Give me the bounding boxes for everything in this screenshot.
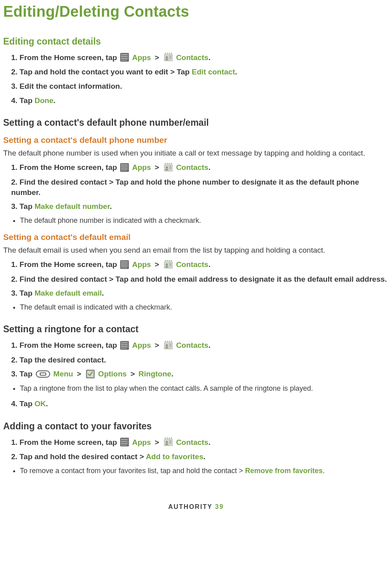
label-contacts: Contacts bbox=[176, 438, 208, 446]
steps-ringtone: 1. From the Home screen, tap Apps > Cont… bbox=[3, 340, 389, 380]
period: . bbox=[235, 68, 237, 76]
contacts-card-icon bbox=[164, 260, 173, 269]
heading-favorites: Adding a contact to your favorites bbox=[3, 421, 389, 432]
label-ok: OK bbox=[35, 399, 46, 408]
label-make-default-number: Make default number bbox=[35, 202, 110, 210]
label-make-default-email: Make default email bbox=[35, 289, 102, 297]
heading-ringtone: Setting a ringtone for a contact bbox=[3, 324, 389, 335]
label-menu: Menu bbox=[53, 370, 73, 378]
separator: > bbox=[153, 53, 163, 62]
label-apps: Apps bbox=[132, 438, 151, 446]
steps-ringtone-cont: 4. Tap OK. bbox=[3, 399, 389, 409]
steps-favorites: 1. From the Home screen, tap Apps > Cont… bbox=[3, 437, 389, 462]
step-item: 2. Tap the desired contact. bbox=[11, 355, 389, 365]
footer-page-number: 39 bbox=[215, 503, 224, 510]
step-item: 1. From the Home screen, tap Apps > Cont… bbox=[11, 53, 389, 63]
separator: > bbox=[75, 370, 85, 378]
footer-brand: AUTHORITY bbox=[168, 503, 213, 510]
steps-default-phone: 1. From the Home screen, tap Apps > Cont… bbox=[3, 162, 389, 211]
period: . bbox=[209, 341, 211, 349]
bullets-default-email: The default email is indicated with a ch… bbox=[3, 302, 389, 312]
step-item: 1. From the Home screen, tap Apps > Cont… bbox=[11, 259, 389, 270]
period: . bbox=[209, 163, 211, 171]
separator: > bbox=[153, 260, 163, 269]
bullets-favorites: To remove a contact from your favorites … bbox=[3, 466, 389, 475]
label-contacts: Contacts bbox=[176, 260, 208, 269]
step-text: 4. Tap bbox=[11, 399, 35, 408]
apps-grid-icon bbox=[120, 163, 129, 172]
step-text: 1. From the Home screen, tap bbox=[11, 163, 119, 171]
step-text: 3. Tap bbox=[11, 370, 35, 378]
label-edit-contact: Edit contact bbox=[192, 68, 235, 76]
options-check-icon bbox=[86, 370, 95, 378]
menu-key-icon bbox=[36, 370, 50, 378]
step-item: 3. Edit the contact information. bbox=[11, 81, 389, 92]
label-contacts: Contacts bbox=[176, 53, 208, 62]
apps-grid-icon bbox=[120, 341, 129, 350]
step-item: 2. Find the desired contact > Tap and ho… bbox=[11, 177, 389, 197]
step-text: 4. Tap bbox=[11, 96, 35, 105]
step-item: 1. From the Home screen, tap Apps > Cont… bbox=[11, 162, 389, 173]
period: . bbox=[203, 452, 205, 461]
page-title: Editing/Deleting Contacts bbox=[3, 3, 389, 20]
period: . bbox=[110, 202, 112, 210]
bullets-ringtone: Tap a ringtone from the list to play whe… bbox=[3, 384, 389, 393]
label-apps: Apps bbox=[132, 260, 151, 269]
page-footer: AUTHORITY 39 bbox=[3, 503, 389, 510]
contacts-card-icon bbox=[164, 53, 173, 62]
separator: > bbox=[153, 163, 163, 171]
step-text: 3. Tap bbox=[11, 202, 35, 210]
bullet-item: To remove a contact from your favorites … bbox=[20, 466, 389, 475]
bullets-default-phone: The default phone number is indicated wi… bbox=[3, 216, 389, 225]
heading-default-email: Setting a contact's default email bbox=[3, 232, 389, 242]
step-text: 1. From the Home screen, tap bbox=[11, 260, 119, 269]
label-apps: Apps bbox=[132, 53, 151, 62]
contacts-card-icon bbox=[164, 341, 173, 350]
bullet-item: Tap a ringtone from the list to play whe… bbox=[20, 384, 389, 393]
steps-default-email: 1. From the Home screen, tap Apps > Cont… bbox=[3, 259, 389, 298]
label-ringtone: Ringtone bbox=[138, 370, 171, 378]
separator: > bbox=[129, 370, 138, 378]
step-text: 1. From the Home screen, tap bbox=[11, 341, 119, 349]
apps-grid-icon bbox=[120, 260, 129, 269]
step-text: 3. Tap bbox=[11, 289, 35, 297]
heading-editing-details: Editing contact details bbox=[3, 36, 389, 47]
label-add-to-favorites: Add to favorites bbox=[146, 452, 203, 461]
period: . bbox=[171, 370, 173, 378]
label-contacts: Contacts bbox=[176, 163, 208, 171]
period: . bbox=[209, 53, 211, 62]
separator: > bbox=[153, 438, 163, 446]
step-item: 1. From the Home screen, tap Apps > Cont… bbox=[11, 340, 389, 351]
apps-grid-icon bbox=[120, 438, 129, 446]
step-text: 2. Tap and hold the desired contact > bbox=[11, 452, 146, 461]
label-apps: Apps bbox=[132, 341, 151, 349]
intro-default-phone: The default phone number is used when yo… bbox=[3, 149, 389, 158]
step-item: 3. Tap Menu > Options > Ringtone. bbox=[11, 369, 389, 379]
label-contacts: Contacts bbox=[176, 341, 208, 349]
label-done: Done bbox=[35, 96, 54, 105]
period: . bbox=[323, 467, 325, 475]
intro-default-email: The default email is used when you send … bbox=[3, 246, 389, 255]
label-apps: Apps bbox=[132, 163, 151, 171]
bullet-text: To remove a contact from your favorites … bbox=[20, 467, 245, 475]
period: . bbox=[209, 438, 211, 446]
period: . bbox=[46, 399, 48, 408]
step-text: 1. From the Home screen, tap bbox=[11, 438, 119, 446]
contacts-card-icon bbox=[164, 163, 173, 172]
bullet-item: The default phone number is indicated wi… bbox=[20, 216, 389, 225]
step-item: 4. Tap Done. bbox=[11, 95, 389, 106]
separator: > bbox=[153, 341, 163, 349]
step-item: 2. Tap and hold the contact you want to … bbox=[11, 67, 389, 77]
step-item: 3. Tap Make default email. bbox=[11, 288, 389, 298]
step-text: 1. From the Home screen, tap bbox=[11, 53, 119, 62]
heading-default-group: Setting a contact's default phone number… bbox=[3, 117, 389, 128]
step-item: 2. Tap and hold the desired contact > Ad… bbox=[11, 452, 389, 462]
period: . bbox=[209, 260, 211, 269]
step-item: 1. From the Home screen, tap Apps > Cont… bbox=[11, 437, 389, 448]
period: . bbox=[102, 289, 104, 297]
contacts-card-icon bbox=[164, 438, 173, 446]
apps-grid-icon bbox=[120, 53, 129, 62]
step-item: 3. Tap Make default number. bbox=[11, 201, 389, 212]
step-item: 2. Find the desired contact > Tap and ho… bbox=[11, 274, 389, 284]
label-options: Options bbox=[98, 370, 127, 378]
